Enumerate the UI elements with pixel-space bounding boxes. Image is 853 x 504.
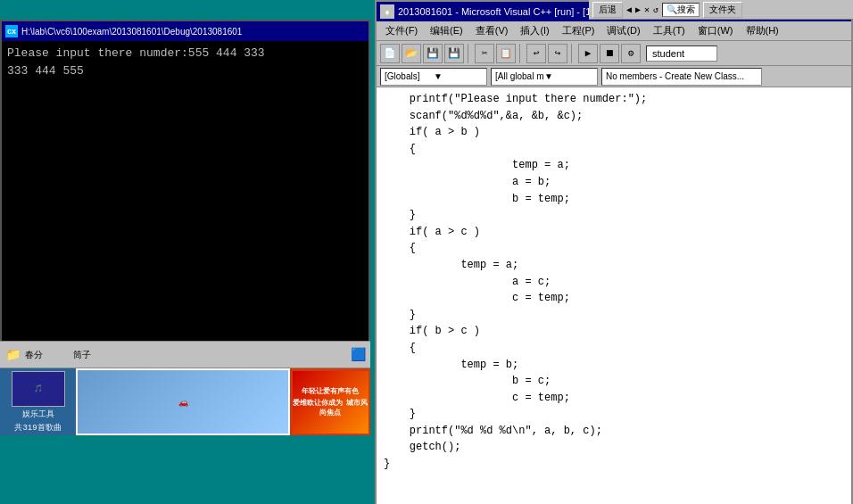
menu-debug[interactable]: 调试(D) <box>601 22 645 39</box>
center-content: 🚗 <box>178 398 188 407</box>
search-box: 🔍 搜索 <box>662 3 700 17</box>
nav-arrow-right[interactable]: ▶ <box>635 4 641 15</box>
bottom-bar: 📁 春分 筒子 🟦 🎵 娱乐工具 共319首歌曲 🚗 年轻让爱有声有色 爱维欧让… <box>0 341 370 434</box>
top-nav-bar: 后退 ◀ ▶ ✕ ↺ 🔍 搜索 文件夹 <box>589 0 853 20</box>
msvc-toolbar: 📄 📂 💾 💾 ✂ 📋 ↩ ↪ ▶ ⏹ ⚙ student <box>377 41 851 66</box>
code-line: b = temp; <box>384 191 844 208</box>
terminal-icon: cx <box>5 25 18 37</box>
msvc-code-area[interactable]: printf("Please input there numder:"); sc… <box>377 87 851 504</box>
toolbar-redo[interactable]: ↪ <box>548 44 567 63</box>
folder-icon: 📁 <box>4 346 21 364</box>
menu-edit[interactable]: 编辑(E) <box>425 22 468 39</box>
code-line: b = c; <box>384 373 844 390</box>
ad-banner[interactable]: 年轻让爱有声有色 爱维欧让你成为 城市风尚焦点 <box>293 371 369 434</box>
toolbar-run[interactable]: ▶ <box>578 44 598 63</box>
toolbar-save[interactable]: 💾 <box>423 44 443 63</box>
code-line: { <box>384 240 844 257</box>
toolbar-student-field[interactable]: student <box>646 45 717 62</box>
tab-spring[interactable]: 春分 <box>25 349 43 361</box>
terminal-title: H:\lab\C\vc6\100exam\2013081601\Debug\20… <box>21 27 365 37</box>
code-line: a = c; <box>384 274 844 291</box>
music-thumbnail: 🎵 <box>12 371 65 407</box>
nav-arrow-left[interactable]: ◀ <box>626 4 632 15</box>
menu-project[interactable]: 工程(P) <box>557 22 600 39</box>
code-line: getch(); <box>384 439 844 456</box>
search-icon: 🔍 <box>667 4 677 15</box>
msvc-menubar: 文件(F) 编辑(E) 查看(V) 插入(I) 工程(P) 调试(D) 工具(T… <box>377 21 851 41</box>
terminal-line-1: Please input there numder:555 444 333 <box>7 45 363 62</box>
code-line: c = temp; <box>384 390 844 407</box>
toolbar-undo[interactable]: ↩ <box>526 44 546 63</box>
globals-arrow: ▼ <box>434 71 483 81</box>
terminal-content: Please input there numder:555 444 333 33… <box>2 41 369 83</box>
bottom-bar-content: 🎵 娱乐工具 共319首歌曲 🚗 年轻让爱有声有色 爱维欧让你成为 城市风尚焦点 <box>0 368 370 435</box>
code-line: temp = a; <box>384 157 844 174</box>
msvc-dropdowns: [Globals] ▼ [All global members] ▼ No me… <box>377 66 851 87</box>
toolbar-cut[interactable]: ✂ <box>475 44 494 63</box>
menu-view[interactable]: 查看(V) <box>470 22 514 39</box>
code-line: } <box>384 207 844 224</box>
thumbnail-label: 🎵 <box>34 384 43 392</box>
class-dropdown[interactable]: No members - Create New Class... <box>601 68 762 86</box>
code-line: { <box>384 340 844 357</box>
members-arrow: ▼ <box>544 71 593 81</box>
toolbar-stop[interactable]: ⏹ <box>600 44 619 63</box>
toolbar-sep-3 <box>571 44 575 63</box>
code-line: printf("Please input there numder:"); <box>384 91 844 108</box>
toolbar-copy[interactable]: 📋 <box>496 44 516 63</box>
qq-icon: 🟦 <box>349 346 367 364</box>
ad-text: 年轻让爱有声有色 爱维欧让你成为 城市风尚焦点 <box>293 386 369 417</box>
bottom-bar-left: 🎵 娱乐工具 共319首歌曲 <box>0 368 76 435</box>
code-line: c = temp; <box>384 290 844 307</box>
code-line: a = b; <box>384 174 844 191</box>
code-line: if( a > b ) <box>384 124 844 141</box>
folder-button[interactable]: 文件夹 <box>703 2 742 18</box>
globals-label: [Globals] <box>385 71 434 81</box>
toolbar-settings[interactable]: ⚙ <box>621 44 641 63</box>
menu-insert[interactable]: 插入(I) <box>515 22 554 39</box>
code-line: if( b > c ) <box>384 323 844 340</box>
tab-tube[interactable]: 筒子 <box>73 349 91 361</box>
menu-help[interactable]: 帮助(H) <box>741 22 784 39</box>
menu-window[interactable]: 窗口(W) <box>692 22 739 39</box>
toolbar-sep-1 <box>468 44 471 63</box>
app-label: 娱乐工具 <box>22 409 54 420</box>
code-line: printf("%d %d %d\n", a, b, c); <box>384 423 844 440</box>
back-button[interactable]: 后退 <box>592 2 623 18</box>
nav-refresh[interactable]: ↺ <box>653 4 658 15</box>
code-line: } <box>384 307 844 324</box>
menu-file[interactable]: 文件(F) <box>380 22 423 39</box>
toolbar-save-all[interactable]: 💾 <box>444 44 464 63</box>
members-dropdown[interactable]: [All global members] ▼ <box>491 68 598 86</box>
msvc-window: ♦ 2013081601 - Microsoft Visual C++ [run… <box>375 0 853 504</box>
toolbar-sep-2 <box>519 44 523 63</box>
globals-dropdown[interactable]: [Globals] ▼ <box>380 68 487 86</box>
code-line: { <box>384 141 844 158</box>
code-line: } <box>384 406 844 423</box>
bottom-bar-top: 📁 春分 筒子 🟦 <box>0 342 370 368</box>
menu-tools[interactable]: 工具(T) <box>648 22 691 39</box>
search-label: 搜索 <box>677 4 695 16</box>
terminal-titlebar: cx H:\lab\C\vc6\100exam\2013081601\Debug… <box>2 21 369 41</box>
toolbar-new[interactable]: 📄 <box>380 44 400 63</box>
members-label: [All global members] <box>495 71 544 81</box>
toolbar-open[interactable]: 📂 <box>402 44 421 63</box>
msvc-icon: ♦ <box>380 4 394 19</box>
nav-stop[interactable]: ✕ <box>644 4 650 15</box>
terminal-line-2: 333 444 555 <box>7 62 363 80</box>
code-line: } <box>384 456 844 473</box>
code-line: if( a > c ) <box>384 224 844 241</box>
class-label: No members - Create New Class... <box>606 71 758 81</box>
code-line: temp = a; <box>384 257 844 274</box>
code-line: scanf("%d%d%d",&a, &b, &c); <box>384 108 844 125</box>
count-label: 共319首歌曲 <box>14 422 61 434</box>
bottom-bar-center: 🚗 <box>76 368 290 435</box>
code-line: temp = b; <box>384 357 844 374</box>
bottom-bar-right: 年轻让爱有声有色 爱维欧让你成为 城市风尚焦点 <box>290 368 370 435</box>
